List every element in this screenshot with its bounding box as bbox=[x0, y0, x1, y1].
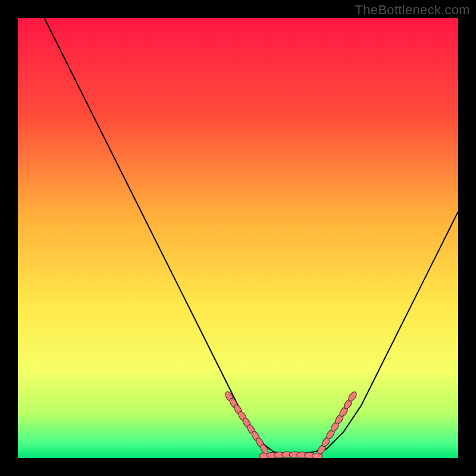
outer-frame: TheBottleneck.com bbox=[0, 0, 476, 476]
chart-svg bbox=[18, 18, 458, 458]
gradient-background bbox=[18, 18, 458, 458]
watermark-text: TheBottleneck.com bbox=[355, 2, 470, 18]
gradient-plot bbox=[18, 18, 458, 458]
